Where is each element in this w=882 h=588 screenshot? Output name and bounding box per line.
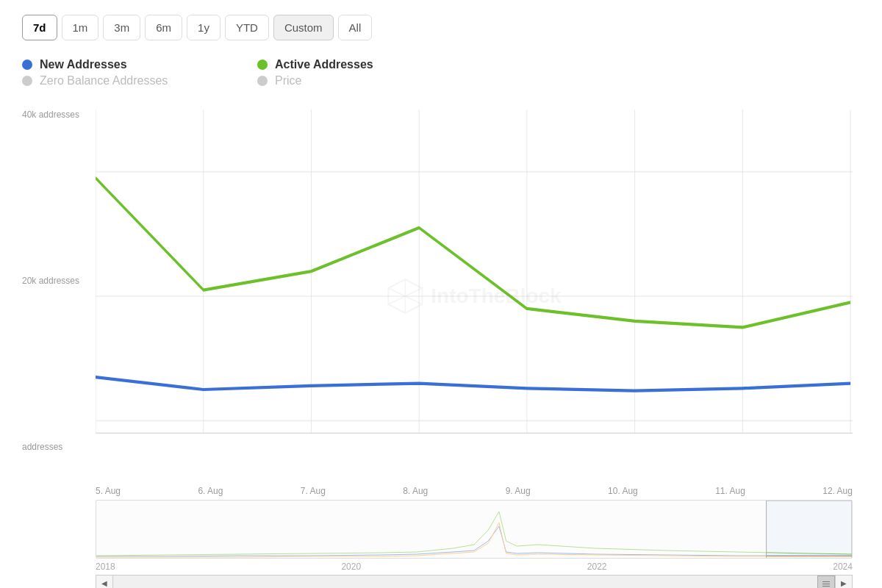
x-axis-label: 10. Aug <box>608 486 638 496</box>
scroll-bar: ◀ ▶ <box>96 575 853 588</box>
legend-dot-zero-balance <box>22 76 32 86</box>
legend-item-zero-balance[interactable]: Zero Balance Addresses <box>22 74 228 87</box>
scroll-handle[interactable] <box>817 576 835 588</box>
y-axis-labels: 40k addresses20k addressesaddresses <box>22 110 79 452</box>
legend-label-new-addresses: New Addresses <box>40 58 127 71</box>
navigator-year-2018: 2018 <box>96 562 115 572</box>
x-axis-label: 12. Aug <box>822 486 853 496</box>
scroll-left-btn[interactable]: ◀ <box>96 575 113 588</box>
legend-item-new-addresses[interactable]: New Addresses <box>22 58 228 71</box>
time-btn-ytd[interactable]: YTD <box>225 15 269 40</box>
time-btn-custom[interactable]: Custom <box>273 15 334 40</box>
legend-dot-active-addresses <box>257 60 268 70</box>
x-axis-label: 5. Aug <box>96 486 121 496</box>
navigator-chart <box>96 500 853 559</box>
navigator-section: 2018202020222024 ◀ ▶ <box>22 500 860 581</box>
time-btn-7d[interactable]: 7d <box>22 15 57 40</box>
time-btn-all[interactable]: All <box>338 15 373 40</box>
legend-label-active-addresses: Active Addresses <box>275 58 373 71</box>
y-axis-label: 20k addresses <box>22 276 79 286</box>
legend-dot-price <box>257 76 268 86</box>
main-container: 7d1m3m6m1yYTDCustomAll New AddressesActi… <box>0 0 882 588</box>
time-btn-1y[interactable]: 1y <box>187 15 220 40</box>
navigator-year-2022: 2022 <box>587 562 607 572</box>
legend-item-active-addresses[interactable]: Active Addresses <box>257 58 463 71</box>
x-axis-label: 8. Aug <box>403 486 428 496</box>
time-btn-3m[interactable]: 3m <box>103 15 140 40</box>
legend-item-price[interactable]: Price <box>257 74 463 87</box>
navigator-year-labels: 2018202020222024 <box>96 562 853 572</box>
x-axis-label: 9. Aug <box>506 486 531 496</box>
main-chart-svg <box>96 110 853 483</box>
chart-section: 40k addresses20k addressesaddresses Into… <box>22 110 860 581</box>
main-chart-container: 40k addresses20k addressesaddresses Into… <box>22 110 860 496</box>
navigator-svg <box>96 501 852 559</box>
time-btn-1m[interactable]: 1m <box>62 15 99 40</box>
chart-area: IntoTheBlock <box>96 110 853 483</box>
scroll-right-btn[interactable]: ▶ <box>835 575 853 588</box>
legend-label-zero-balance: Zero Balance Addresses <box>40 74 168 87</box>
scroll-track[interactable] <box>113 575 835 588</box>
x-axis-labels: 5. Aug6. Aug7. Aug8. Aug9. Aug10. Aug11.… <box>96 483 853 496</box>
svg-rect-18 <box>767 501 852 559</box>
navigator-year-2024: 2024 <box>833 562 853 572</box>
svg-rect-17 <box>96 501 767 559</box>
time-btn-6m[interactable]: 6m <box>145 15 182 40</box>
y-axis-label: addresses <box>22 442 79 452</box>
y-axis-label: 40k addresses <box>22 110 79 120</box>
legend-label-price: Price <box>275 74 301 87</box>
navigator-year-2020: 2020 <box>341 562 361 572</box>
scroll-handle-icon <box>822 581 830 587</box>
legend-dot-new-addresses <box>22 60 32 70</box>
x-axis-label: 7. Aug <box>301 486 326 496</box>
legend: New AddressesActive AddressesZero Balanc… <box>22 58 463 87</box>
time-controls: 7d1m3m6m1yYTDCustomAll <box>22 15 860 40</box>
x-axis-label: 11. Aug <box>715 486 745 496</box>
x-axis-label: 6. Aug <box>198 486 223 496</box>
